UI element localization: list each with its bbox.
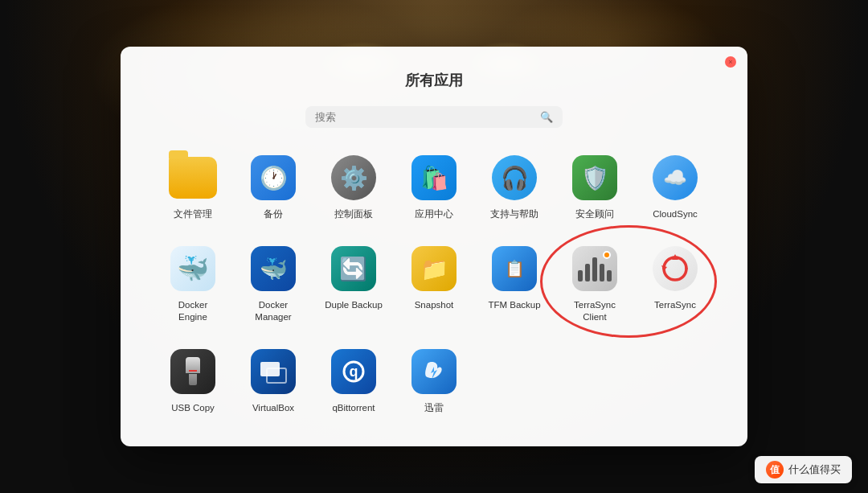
app-docker-engine[interactable]: 🐳 Docker Engine <box>167 243 219 323</box>
close-button[interactable]: × <box>725 56 736 68</box>
security-icon: 🛡️ <box>569 152 620 203</box>
docker-manager-icon: 🐳 <box>248 243 299 294</box>
app-label: 备份 <box>264 208 283 220</box>
snapshot-icon: 📁 <box>408 243 460 294</box>
sync-arrows-svg <box>659 253 691 285</box>
terrasync-icon <box>649 243 701 294</box>
modal-overlay: × 所有应用 🔍 文件管理 🕐 备份 ⚙️ <box>0 0 868 493</box>
qbittorrent-icon: q <box>328 346 379 397</box>
app-security[interactable]: 🛡️ 安全顾问 <box>569 152 620 220</box>
svg-marker-1 <box>661 265 667 271</box>
app-thunder[interactable]: 迅雷 <box>408 346 460 414</box>
search-icon: 🔍 <box>540 111 553 123</box>
app-duple-backup[interactable]: 🔄 Duple Backup <box>325 243 383 323</box>
app-label: TFM Backup <box>488 299 540 311</box>
app-label: qBittorrent <box>332 402 375 414</box>
file-manager-icon <box>167 152 219 203</box>
app-virtualbox[interactable]: VirtualBox <box>248 346 299 414</box>
search-bar: 🔍 <box>305 106 563 128</box>
app-terrasync[interactable]: TerraSync <box>649 243 701 323</box>
terrasync-client-icon <box>569 243 620 294</box>
apps-row-1: 文件管理 🕐 备份 ⚙️ 控制面板 🛍️ 应用中心 <box>153 152 715 220</box>
app-label: TerraSync Client <box>574 299 616 323</box>
thunder-icon <box>408 346 460 397</box>
app-qbittorrent[interactable]: q qBittorrent <box>328 346 379 414</box>
app-cloudsync[interactable]: ☁️ CloudSync <box>649 152 701 220</box>
app-center-icon: 🛍️ <box>408 152 460 203</box>
app-label: CloudSync <box>653 208 698 220</box>
control-panel-icon: ⚙️ <box>328 152 379 203</box>
search-input[interactable] <box>315 111 534 123</box>
app-label: TerraSync <box>654 299 696 311</box>
app-tfm-backup[interactable]: 📋 TFM Backup <box>488 243 540 323</box>
support-icon: 🎧 <box>489 152 540 203</box>
app-label: USB Copy <box>171 402 215 414</box>
app-label: 安全顾问 <box>575 208 614 220</box>
app-support[interactable]: 🎧 支持与帮助 <box>489 152 540 220</box>
app-app-center[interactable]: 🛍️ 应用中心 <box>408 152 460 220</box>
app-backup[interactable]: 🕐 备份 <box>248 152 299 220</box>
docker-engine-icon: 🐳 <box>167 243 219 294</box>
app-label: 应用中心 <box>415 208 453 220</box>
app-file-manager[interactable]: 文件管理 <box>167 152 219 220</box>
backup-icon: 🕐 <box>248 152 299 203</box>
app-label: Snapshot <box>415 299 454 311</box>
app-label: Docker Manager <box>255 299 291 323</box>
app-label: 文件管理 <box>174 208 212 220</box>
usb-copy-icon <box>167 346 219 397</box>
duple-backup-icon: 🔄 <box>328 243 379 294</box>
apps-row-3: USB Copy VirtualBox <box>153 346 715 414</box>
watermark: 值 什么值得买 <box>755 456 852 483</box>
cloudsync-icon: ☁️ <box>649 152 701 203</box>
tfm-backup-icon: 📋 <box>489 243 540 294</box>
apps-row-2: 🐳 Docker Engine 🐳 Docker Manager 🔄 Duple… <box>153 243 715 323</box>
svg-text:q: q <box>350 364 358 380</box>
app-label: VirtualBox <box>252 402 294 414</box>
svg-rect-4 <box>260 362 280 376</box>
watermark-text: 什么值得买 <box>788 462 841 477</box>
app-label: 支持与帮助 <box>490 208 538 220</box>
watermark-logo: 值 <box>766 461 784 479</box>
app-control-panel[interactable]: ⚙️ 控制面板 <box>328 152 379 220</box>
app-label: 迅雷 <box>424 402 444 414</box>
app-snapshot[interactable]: 📁 Snapshot <box>408 243 460 323</box>
app-usb-copy[interactable]: USB Copy <box>167 346 219 414</box>
app-label: 控制面板 <box>334 208 373 220</box>
app-label: Docker Engine <box>178 299 207 323</box>
virtualbox-icon <box>248 346 299 397</box>
modal-title: 所有应用 <box>153 71 715 90</box>
app-docker-manager[interactable]: 🐳 Docker Manager <box>248 243 299 323</box>
modal: × 所有应用 🔍 文件管理 🕐 备份 ⚙️ <box>121 47 747 446</box>
app-label: Duple Backup <box>325 299 383 311</box>
app-terrasync-client[interactable]: TerraSync Client <box>569 243 620 323</box>
